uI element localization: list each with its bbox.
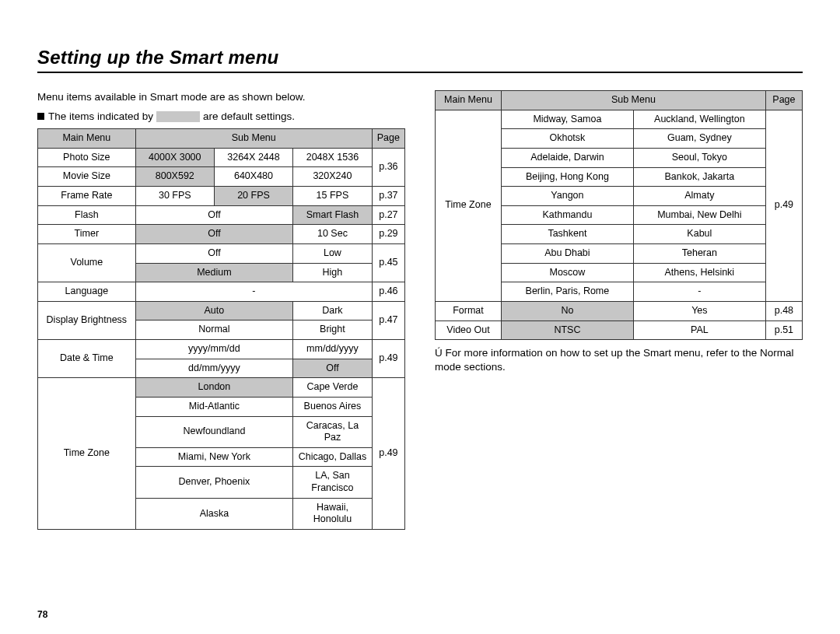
sub: Moscow <box>501 263 633 282</box>
sub: Tashkent <box>501 225 633 244</box>
row-date-time-1: Date & Time yyyy/mm/dd mm/dd/yyyy p.49 <box>38 340 405 359</box>
sub: Yes <box>633 301 765 321</box>
main-frame-rate: Frame Rate <box>38 187 136 206</box>
sub: dd/mm/yyyy <box>135 359 292 378</box>
left-column: Menu items available in Smart mode are a… <box>37 90 405 530</box>
sub: No <box>501 301 633 321</box>
sub: 20 FPS <box>214 187 292 206</box>
sub: Okhotsk <box>501 129 633 149</box>
sub: 10 Sec <box>293 225 373 244</box>
main-date-time: Date & Time <box>38 340 136 378</box>
sub: Low <box>293 243 373 263</box>
main-flash: Flash <box>38 205 136 225</box>
content-columns: Menu items available in Smart mode are a… <box>37 90 803 530</box>
sub: 2048X 1536 <box>293 148 373 167</box>
sub: Berlin, Paris, Rome <box>501 282 633 302</box>
head-page: Page <box>765 91 802 110</box>
left-table: Main Menu Sub Menu Page Photo Size 4000X… <box>37 128 405 530</box>
row-timer: Timer Off 10 Sec p.29 <box>38 225 405 244</box>
page: Setting up the Smart menu Menu items ava… <box>0 0 840 634</box>
sub: Yangon <box>501 187 633 206</box>
sub: Buenos Aires <box>293 397 373 416</box>
page-ref: p.37 <box>372 187 404 206</box>
row-tz-1: Time Zone London Cape Verde p.49 <box>38 378 405 398</box>
main-format: Format <box>436 301 502 321</box>
main-movie-size: Movie Size <box>38 167 136 187</box>
sub: Guam, Sydney <box>633 129 765 149</box>
row-tz-r1: Time Zone Midway, Samoa Auckland, Wellin… <box>436 110 803 129</box>
sub: Athens, Helsinki <box>633 263 765 282</box>
sub: Denver, Phoenix <box>135 467 292 498</box>
head-sub: Sub Menu <box>501 91 765 110</box>
sub: Cape Verde <box>293 378 373 398</box>
sub: Newfoundland <box>135 416 292 447</box>
sub: Hawaii, Honolulu <box>293 498 373 529</box>
sub: 4000X 3000 <box>135 148 214 167</box>
right-column: Main Menu Sub Menu Page Time Zone Midway… <box>435 90 803 375</box>
main-language: Language <box>38 282 136 302</box>
page-number: 78 <box>37 609 47 620</box>
page-ref: p.46 <box>372 282 404 302</box>
sub: London <box>135 378 292 398</box>
sub: NTSC <box>501 321 633 340</box>
sub: 320X240 <box>293 167 373 187</box>
row-format: Format No Yes p.48 <box>436 301 803 321</box>
sub: Medium <box>135 263 292 282</box>
intro-text: Menu items available in Smart mode are a… <box>37 90 405 104</box>
legend-post: are default settings. <box>203 110 295 122</box>
page-ref: p.45 <box>372 243 404 282</box>
sub: Seoul, Tokyo <box>633 148 765 167</box>
title-underline <box>37 72 803 73</box>
main-photo-size: Photo Size <box>38 148 136 167</box>
head-main: Main Menu <box>436 91 502 110</box>
table-header-row: Main Menu Sub Menu Page <box>38 129 405 149</box>
sub: Normal <box>135 321 292 340</box>
sub: Dark <box>293 301 373 321</box>
sub: - <box>633 282 765 302</box>
sub: 30 FPS <box>135 187 214 206</box>
sub: Miami, New York <box>135 447 292 467</box>
head-main: Main Menu <box>38 129 136 149</box>
sub: Alaska <box>135 498 292 529</box>
sub: 3264X 2448 <box>214 148 292 167</box>
footnote-mark-icon: Ú <box>435 347 443 359</box>
row-volume-1: Volume Off Low p.45 <box>38 243 405 263</box>
sub: 15 FPS <box>293 187 373 206</box>
main-time-zone-left: Time Zone <box>38 378 136 530</box>
page-ref: p.36 <box>372 148 404 186</box>
sub: Abu Dhabi <box>501 244 633 264</box>
sub: Adelaide, Darwin <box>501 148 633 167</box>
row-photo-size: Photo Size 4000X 3000 3264X 2448 2048X 1… <box>38 148 405 167</box>
row-language: Language - p.46 <box>38 282 405 302</box>
sub: Bright <box>293 321 373 340</box>
page-ref: p.47 <box>372 301 404 339</box>
main-volume: Volume <box>38 243 136 282</box>
sub: 800X592 <box>135 167 214 187</box>
page-ref: p.51 <box>765 321 802 340</box>
sub: Mid-Atlantic <box>135 397 292 416</box>
sub: Auto <box>135 301 292 321</box>
row-movie-size: Movie Size 800X592 640X480 320X240 <box>38 167 405 187</box>
row-video-out: Video Out NTSC PAL p.51 <box>436 321 803 340</box>
page-ref: p.49 <box>372 378 404 530</box>
sub: Kabul <box>633 225 765 244</box>
sub: Auckland, Wellington <box>633 110 765 129</box>
sub: Off <box>135 225 292 244</box>
sub: Kathmandu <box>501 205 633 225</box>
sub: Beijing, Hong Kong <box>501 167 633 187</box>
sub: Midway, Samoa <box>501 110 633 129</box>
bullet-square-icon <box>37 113 44 120</box>
sub: Bankok, Jakarta <box>633 167 765 187</box>
sub: Mumbai, New Delhi <box>633 205 765 225</box>
head-sub: Sub Menu <box>135 129 372 149</box>
sub: Smart Flash <box>293 205 373 225</box>
sub: mm/dd/yyyy <box>293 340 373 359</box>
sub: PAL <box>633 321 765 340</box>
head-page: Page <box>372 129 404 149</box>
sub: Off <box>135 243 292 263</box>
sub: High <box>293 263 373 282</box>
page-ref: p.49 <box>372 340 404 378</box>
footnote: Ú For more information on how to set up … <box>435 346 803 374</box>
default-legend: The items indicated by are default setti… <box>37 110 405 122</box>
table-header-row: Main Menu Sub Menu Page <box>436 91 803 110</box>
